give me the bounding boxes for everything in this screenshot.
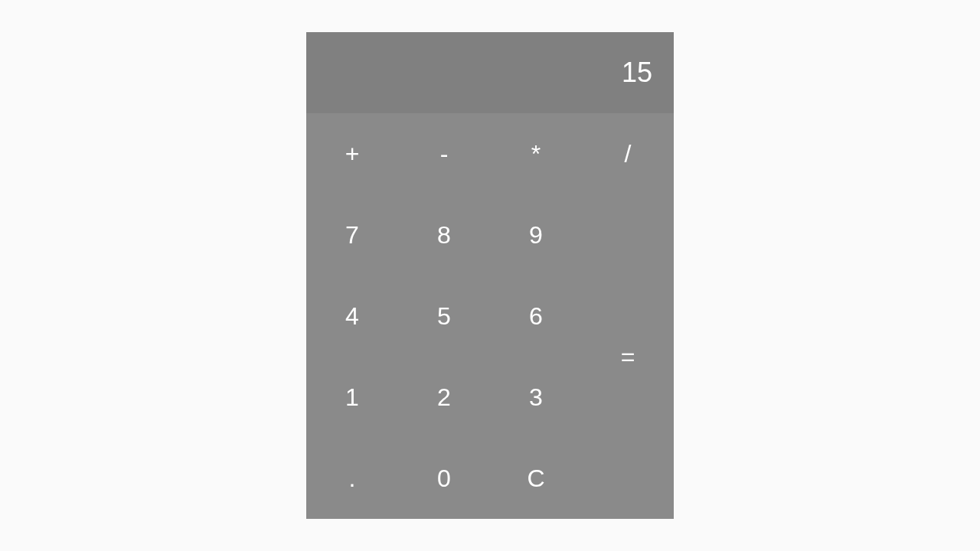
- key-zero[interactable]: 0: [398, 438, 490, 519]
- key-three[interactable]: 3: [490, 357, 582, 438]
- key-seven[interactable]: 7: [306, 194, 398, 276]
- calculator-display: 15: [306, 32, 674, 114]
- key-equals[interactable]: =: [582, 194, 674, 519]
- key-four[interactable]: 4: [306, 276, 398, 357]
- key-six[interactable]: 6: [490, 276, 582, 357]
- key-decimal[interactable]: .: [306, 438, 398, 519]
- key-clear[interactable]: C: [490, 438, 582, 519]
- key-multiply[interactable]: *: [490, 113, 582, 194]
- key-subtract[interactable]: -: [398, 113, 490, 194]
- keypad: + - * / 7 8 9 = 4 5 6 1 2 3 . 0 C: [306, 113, 674, 519]
- key-add[interactable]: +: [306, 113, 398, 194]
- key-eight[interactable]: 8: [398, 194, 490, 276]
- key-two[interactable]: 2: [398, 357, 490, 438]
- key-one[interactable]: 1: [306, 357, 398, 438]
- key-divide[interactable]: /: [582, 113, 674, 194]
- key-nine[interactable]: 9: [490, 194, 582, 276]
- key-five[interactable]: 5: [398, 276, 490, 357]
- calculator: 15 + - * / 7 8 9 = 4 5 6 1 2 3 . 0 C: [306, 32, 674, 520]
